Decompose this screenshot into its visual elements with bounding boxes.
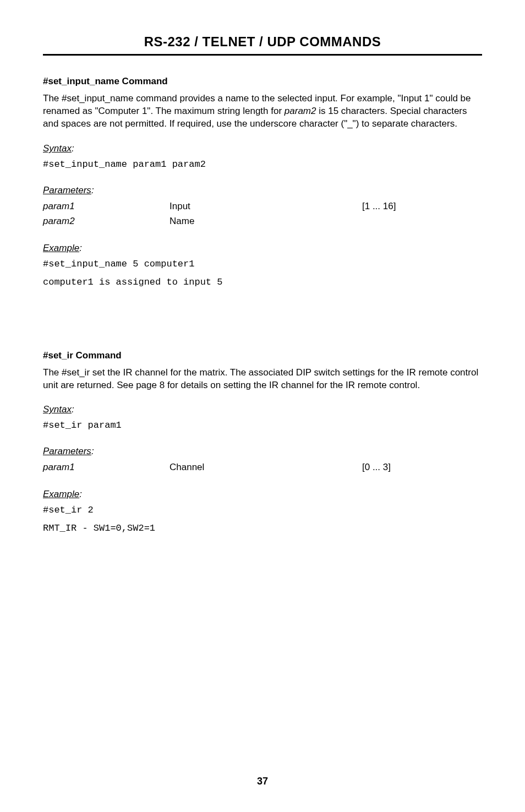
cmd1-params-label: Parameters:	[43, 184, 482, 197]
cmd1-syntax-code: #set_input_name param1 param2	[43, 159, 482, 171]
params-label-text: Parameters	[43, 446, 91, 456]
param-range	[362, 215, 482, 228]
cmd1-params-block: param1 Input [1 ... 16] param2 Name	[43, 200, 482, 228]
syntax-label-text: Syntax	[43, 143, 72, 154]
param-desc: Channel	[169, 461, 362, 474]
cmd2-example-line-2: RMT_IR - SW1=0,SW2=1	[43, 522, 482, 535]
cmd2-heading: #set_ir Command	[43, 350, 482, 362]
cmd2-params-block: param1 Channel [0 ... 3]	[43, 461, 482, 474]
cmd1-example-label: Example:	[43, 242, 482, 255]
param-desc: Input	[169, 200, 362, 213]
param-name: param2	[43, 215, 169, 228]
cmd1-syntax-label: Syntax:	[43, 143, 482, 155]
cmd1-description: The #set_input_name command provides a n…	[43, 92, 482, 130]
param-row: param1 Input [1 ... 16]	[43, 200, 482, 213]
title-rule	[43, 54, 482, 56]
cmd1-desc-param: param2	[285, 106, 316, 116]
param-name: param1	[43, 200, 169, 213]
cmd1-heading: #set_input_name Command	[43, 75, 482, 88]
cmd2-syntax-code: #set_ir param1	[43, 419, 482, 432]
page-title: RS-232 / TELNET / UDP COMMANDS	[43, 33, 482, 51]
example-label-text: Example	[43, 489, 79, 499]
example-label-text: Example	[43, 243, 79, 253]
param-row: param2 Name	[43, 215, 482, 228]
cmd2-example-line-1: #set_ir 2	[43, 504, 482, 517]
cmd2-params-label: Parameters:	[43, 445, 482, 458]
cmd1-example-line-2: computer1 is assigned to input 5	[43, 276, 482, 289]
syntax-label-text: Syntax	[43, 404, 72, 415]
cmd2-description: The #set_ir set the IR channel for the m…	[43, 367, 482, 392]
param-range: [0 ... 3]	[362, 461, 482, 474]
cmd2-syntax-label: Syntax:	[43, 404, 482, 416]
param-row: param1 Channel [0 ... 3]	[43, 461, 482, 474]
param-name: param1	[43, 461, 169, 474]
param-desc: Name	[169, 215, 362, 228]
cmd2-example-label: Example:	[43, 488, 482, 501]
page-number: 37	[0, 775, 525, 788]
param-range: [1 ... 16]	[362, 200, 482, 213]
cmd1-example-line-1: #set_input_name 5 computer1	[43, 258, 482, 271]
params-label-text: Parameters	[43, 185, 91, 195]
